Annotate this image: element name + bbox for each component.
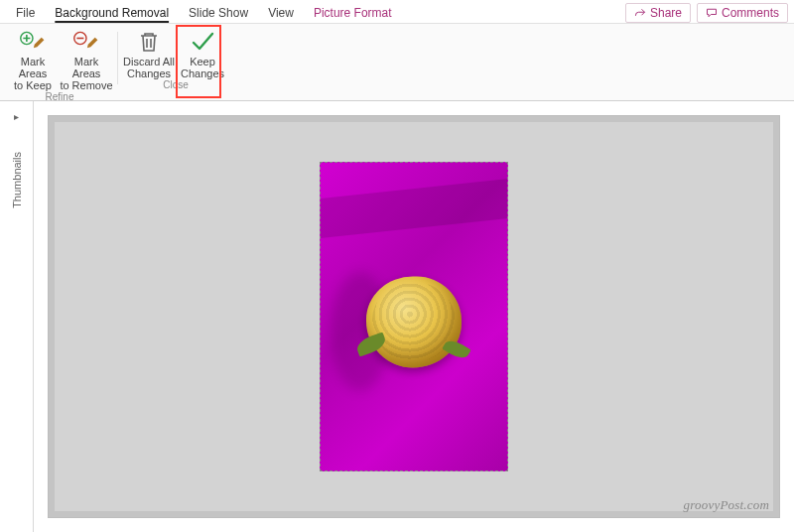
group-close-label: Close xyxy=(163,79,189,92)
group-refine-body: Mark Areas to Keep Mark Areas to Remove xyxy=(6,26,113,91)
mark-areas-remove-button[interactable]: Mark Areas to Remove xyxy=(60,26,113,91)
mark-keep-line2: to Keep xyxy=(14,79,52,91)
keep-line2: Changes xyxy=(181,67,224,79)
thumbnails-label: Thumbnails xyxy=(11,152,23,208)
pencil-plus-icon xyxy=(19,30,47,54)
foreground-flower xyxy=(366,277,462,368)
discard-all-changes-button[interactable]: Discard All Changes xyxy=(122,26,176,79)
thumbnails-pane[interactable]: ▸ Thumbnails xyxy=(0,101,34,532)
discard-line1: Discard All xyxy=(123,56,175,67)
group-close-body: Discard All Changes Keep Changes xyxy=(122,26,229,79)
mark-remove-line1: Mark Areas xyxy=(60,56,113,79)
ribbon: Mark Areas to Keep Mark Areas to Remove … xyxy=(0,24,794,101)
tab-view[interactable]: View xyxy=(258,2,304,24)
tab-picture-format[interactable]: Picture Format xyxy=(304,2,402,24)
keep-changes-button[interactable]: Keep Changes xyxy=(176,26,229,79)
mark-remove-line2: to Remove xyxy=(60,79,112,91)
tab-slide-show[interactable]: Slide Show xyxy=(179,2,258,24)
mark-areas-keep-button[interactable]: Mark Areas to Keep xyxy=(6,26,60,91)
pencil-minus-icon xyxy=(72,30,100,54)
mark-keep-line1: Mark Areas xyxy=(6,56,60,79)
selected-picture[interactable] xyxy=(320,162,508,471)
comment-icon xyxy=(706,7,718,19)
trash-icon xyxy=(135,30,163,54)
share-icon xyxy=(634,7,646,19)
chevron-right-icon[interactable]: ▸ xyxy=(14,111,19,122)
checkmark-icon xyxy=(189,30,216,54)
comments-button[interactable]: Comments xyxy=(697,3,788,23)
tab-strip: File Background Removal Slide Show View … xyxy=(0,0,794,24)
editor-canvas: groovyPost.com xyxy=(34,101,794,532)
watermark-text: groovyPost.com xyxy=(684,497,769,513)
group-close: Discard All Changes Keep Changes Close xyxy=(120,26,231,100)
share-label: Share xyxy=(650,6,682,20)
discard-line2: Changes xyxy=(127,67,171,79)
tab-file[interactable]: File xyxy=(6,2,45,24)
group-separator-1 xyxy=(117,32,118,84)
tab-background-removal[interactable]: Background Removal xyxy=(45,2,179,24)
share-button[interactable]: Share xyxy=(625,3,691,23)
comments-label: Comments xyxy=(722,6,779,20)
slide[interactable]: groovyPost.com xyxy=(48,115,780,518)
group-refine: Mark Areas to Keep Mark Areas to Remove … xyxy=(4,26,115,100)
keep-line1: Keep xyxy=(190,56,215,67)
